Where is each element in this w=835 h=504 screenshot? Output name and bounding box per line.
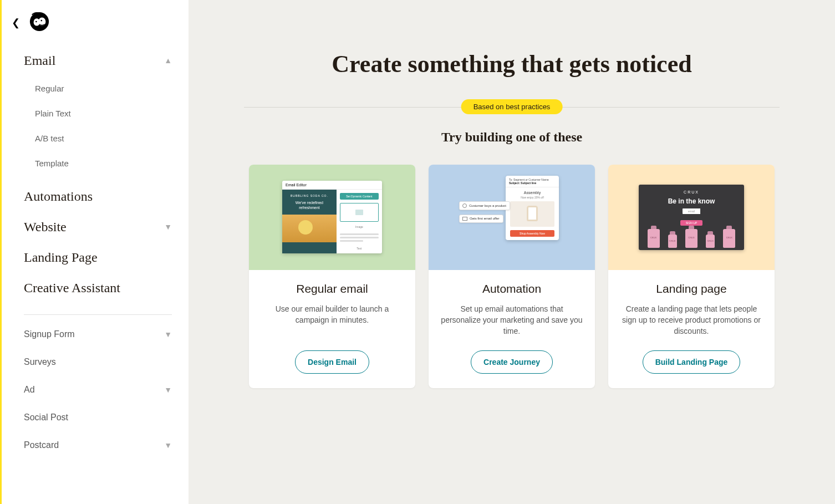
mock-brand: BUBBLING SODA CO.	[286, 194, 333, 197]
best-practices-badge: Based on best practices	[461, 99, 563, 114]
mock-line1: We've redefined	[296, 201, 323, 205]
secondary-item-label: Surveys	[24, 357, 56, 367]
nav-email[interactable]: Email ▲	[24, 45, 189, 76]
mock-lp-email: email	[683, 208, 700, 214]
mock-hero-image	[282, 215, 337, 242]
mock-shop-btn: Shop Assembly Now	[510, 230, 554, 237]
svg-point-3	[35, 21, 37, 23]
secondary-item-social-post[interactable]: Social Post	[24, 404, 189, 431]
mock-dynamic-btn: Set Dynamic Content	[340, 193, 379, 200]
svg-point-4	[40, 20, 42, 22]
mock-phone: To: Segment or Customer Name Subject: Su…	[506, 176, 559, 240]
chevron-down-icon: ▼	[164, 223, 172, 232]
subnav-plain-text[interactable]: Plain Text	[35, 101, 189, 126]
chevron-down-icon: ▼	[164, 441, 172, 450]
nav-landing-page[interactable]: Landing Page	[24, 242, 189, 273]
subnav-ab-test[interactable]: A/B test	[35, 126, 189, 151]
card-desc: Set up email automations that personaliz…	[440, 303, 584, 337]
mock-lp-signup: SIGN UP	[680, 220, 703, 226]
mock-coupon: Now enjoy 20% off	[506, 196, 559, 201]
mock-text-lines	[340, 232, 379, 243]
chevron-down-icon: ▼	[164, 330, 172, 339]
mock-email-editor: Email Editor BUBBLING SODA CO. We've red…	[282, 181, 382, 253]
nav-automations[interactable]: Automations	[24, 181, 189, 212]
mock-image-label: Image	[340, 225, 379, 228]
mock-chip-email: Gets first email offer	[459, 215, 503, 223]
page-subhead: Try building one of these	[222, 130, 802, 145]
subnav-regular[interactable]: Regular	[35, 76, 189, 101]
nav-divider	[24, 314, 172, 315]
mock-lp-bottles	[639, 229, 744, 250]
card-thumb-email: Email Editor BUBBLING SODA CO. We've red…	[249, 165, 415, 270]
sidebar: ❮ Email ▲ Regular Plain Text A/B test Te…	[0, 0, 189, 504]
nav-email-sub: Regular Plain Text A/B test Template	[24, 76, 189, 181]
card-desc: Create a landing page that lets people s…	[619, 303, 763, 337]
secondary-item-label: Social Post	[24, 413, 68, 422]
nav-email-label: Email	[24, 53, 55, 68]
nav-automations-label: Automations	[24, 189, 93, 204]
card-landing-page: CRUX Be in the know email SIGN UP Landin…	[608, 165, 775, 388]
mock-lp-tag: Be in the know	[639, 197, 744, 205]
chevron-down-icon: ▼	[164, 385, 172, 394]
mock-lp-brand: CRUX	[639, 190, 744, 194]
page-headline: Create something that gets noticed	[318, 50, 706, 79]
mock-chip-buys: Customer buys a product	[459, 201, 510, 210]
secondary-item-surveys[interactable]: Surveys	[24, 348, 189, 376]
card-title: Regular email	[260, 282, 404, 296]
create-journey-button[interactable]: Create Journey	[471, 350, 553, 374]
card-title: Landing page	[619, 282, 763, 296]
subnav-template[interactable]: Template	[35, 151, 189, 176]
secondary-item-label: Signup Form	[24, 329, 75, 339]
mock-automation: To: Segment or Customer Name Subject: Su…	[459, 176, 564, 259]
mock-product-image	[510, 201, 554, 227]
secondary-item-postcard[interactable]: Postcard▼	[24, 431, 189, 459]
secondary-item-ad[interactable]: Ad▼	[24, 376, 189, 404]
card-regular-email: Email Editor BUBBLING SODA CO. We've red…	[249, 165, 415, 388]
nav-website[interactable]: Website ▼	[24, 212, 189, 242]
nav-website-label: Website	[24, 220, 67, 235]
main-content: Create something that gets noticed Based…	[189, 0, 835, 504]
back-icon[interactable]: ❮	[12, 17, 20, 29]
primary-nav: Email ▲ Regular Plain Text A/B test Temp…	[2, 40, 189, 459]
build-landing-page-button[interactable]: Build Landing Page	[643, 350, 741, 374]
secondary-nav: Signup Form▼SurveysAd▼Social PostPostcar…	[24, 320, 189, 459]
mock-line2: refreshment	[299, 206, 319, 210]
nav-creative-assistant[interactable]: Creative Assistant	[24, 273, 189, 303]
mock-landing-page: CRUX Be in the know email SIGN UP	[639, 185, 744, 250]
card-automation: To: Segment or Customer Name Subject: Su…	[429, 165, 595, 388]
cards-row: Email Editor BUBBLING SODA CO. We've red…	[222, 165, 802, 388]
card-desc: Use our email builder to launch a campai…	[260, 303, 404, 326]
nav-landing-page-label: Landing Page	[24, 250, 98, 265]
mock-assembly: Assembly	[506, 187, 559, 196]
mock-image-placeholder	[340, 203, 379, 222]
mailchimp-logo[interactable]	[29, 11, 50, 34]
mock-phone-header: To: Segment or Customer Name Subject: Su…	[506, 176, 559, 187]
mock-email-header: Email Editor	[282, 181, 382, 190]
design-email-button[interactable]: Design Email	[295, 350, 369, 374]
mock-lp-email-row: email	[639, 208, 744, 214]
secondary-item-label: Postcard	[24, 440, 59, 450]
card-title: Automation	[440, 282, 584, 296]
secondary-item-signup-form[interactable]: Signup Form▼	[24, 320, 189, 348]
nav-creative-assistant-label: Creative Assistant	[24, 281, 120, 296]
card-thumb-automation: To: Segment or Customer Name Subject: Su…	[429, 165, 595, 270]
chevron-up-icon: ▲	[164, 57, 172, 65]
secondary-item-label: Ad	[24, 385, 35, 395]
mock-text-label: Text	[340, 247, 379, 250]
badge-divider: Based on best practices	[244, 107, 780, 108]
card-thumb-landing: CRUX Be in the know email SIGN UP	[608, 165, 775, 270]
